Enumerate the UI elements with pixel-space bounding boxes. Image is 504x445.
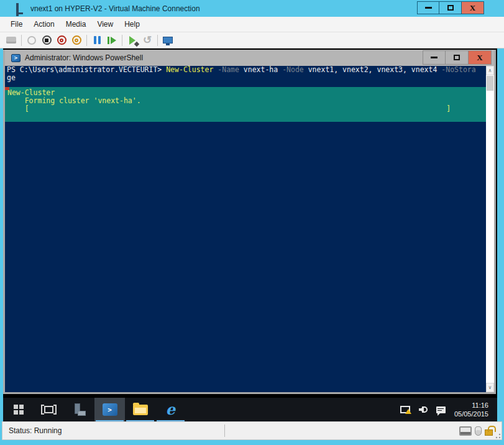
- toolbar-separator: [157, 35, 158, 46]
- keyboard-capture-icon: [459, 426, 472, 436]
- mouse-capture-icon: [475, 426, 482, 436]
- checkpoint-icon[interactable]: [125, 34, 140, 47]
- maximize-icon: [454, 55, 460, 60]
- clock-time: 11:16: [454, 401, 488, 410]
- status-text: Status: Running: [2, 426, 62, 435]
- progress-artifact: [5, 87, 9, 90]
- internet-explorer-icon: e: [166, 402, 175, 417]
- vm-minimize-button[interactable]: [417, 1, 439, 14]
- reset-icon[interactable]: [104, 34, 119, 47]
- powershell-title: Administrator: Windows PowerShell: [25, 53, 143, 62]
- scrollbar-thumb[interactable]: [487, 76, 493, 91]
- minimize-icon: [431, 57, 438, 58]
- file-explorer-button[interactable]: [125, 398, 155, 421]
- powershell-titlebar[interactable]: > Administrator: Windows PowerShell X: [5, 50, 494, 66]
- toolbar: ↺: [0, 32, 504, 48]
- command-wrap-line: ge: [5, 74, 494, 82]
- windows-logo-icon: [14, 405, 24, 415]
- close-icon: X: [477, 53, 482, 63]
- vm-close-button[interactable]: X: [462, 1, 484, 14]
- command-line: PS C:\Users\administrator.VECTEURIT> New…: [5, 66, 494, 74]
- vm-titlebar[interactable]: vnext1 on HYPER-V2 - Virtual Machine Con…: [0, 0, 504, 17]
- revert-icon[interactable]: ↺: [140, 34, 155, 47]
- server-manager-button[interactable]: [64, 398, 94, 421]
- menu-file[interactable]: File: [5, 17, 28, 31]
- powershell-window: > Administrator: Windows PowerShell X PS…: [3, 50, 496, 394]
- task-view-button[interactable]: [34, 398, 64, 421]
- vmconnect-icon: [16, 4, 25, 12]
- internet-explorer-button[interactable]: e: [155, 398, 186, 421]
- vm-maximize-button[interactable]: [439, 1, 462, 14]
- folder-icon: [133, 405, 148, 415]
- progress-bar: [ ]: [7, 105, 486, 113]
- menu-bar: File Action Media View Help: [0, 17, 504, 32]
- pause-icon[interactable]: [89, 34, 104, 47]
- vm-screen[interactable]: > Administrator: Windows PowerShell X PS…: [3, 48, 497, 421]
- volume-icon[interactable]: [419, 405, 428, 414]
- minimize-icon: [425, 7, 432, 9]
- task-view-icon: [44, 406, 53, 413]
- ctrl-alt-delete-icon[interactable]: [4, 34, 19, 47]
- network-warning-icon[interactable]: [400, 406, 410, 413]
- start-vm-icon[interactable]: [24, 34, 39, 47]
- enhanced-session-icon[interactable]: [160, 34, 175, 47]
- cmdlet-name: New-Cluster: [166, 66, 213, 74]
- ps-maximize-button[interactable]: [446, 50, 469, 65]
- ps-close-button[interactable]: X: [469, 50, 492, 65]
- menu-media[interactable]: Media: [60, 17, 92, 31]
- progress-panel: New-Cluster Forming cluster 'vnext-ha'. …: [5, 87, 486, 122]
- taskbar-clock[interactable]: 11:16 05/05/2015: [454, 401, 490, 418]
- resize-grip[interactable]: [493, 431, 501, 439]
- toolbar-separator: [86, 35, 87, 46]
- powershell-icon: >: [11, 54, 21, 62]
- maximize-icon: [447, 5, 454, 11]
- vm-taskbar: > e 11:16 05/05/2015: [3, 398, 497, 421]
- lock-icon: [485, 429, 493, 436]
- status-bar: Status: Running: [2, 421, 502, 440]
- console-scrollbar[interactable]: ∧ ∨: [486, 66, 494, 392]
- menu-view[interactable]: View: [91, 17, 119, 31]
- clock-date: 05/05/2015: [454, 410, 488, 418]
- prompt: PS C:\Users\administrator.VECTEURIT>: [7, 66, 166, 74]
- scroll-up-icon[interactable]: ∧: [486, 66, 494, 75]
- start-button[interactable]: [3, 398, 34, 421]
- ps-minimize-button[interactable]: [423, 50, 446, 65]
- scroll-down-icon[interactable]: ∨: [486, 383, 494, 392]
- toolbar-separator: [122, 35, 122, 46]
- vm-connection-window: vnext1 on HYPER-V2 - Virtual Machine Con…: [0, 0, 504, 445]
- vm-window-title: vnext1 on HYPER-V2 - Virtual Machine Con…: [30, 4, 200, 13]
- menu-help[interactable]: Help: [119, 17, 145, 31]
- menu-action[interactable]: Action: [28, 17, 60, 31]
- system-tray: 11:16 05/05/2015: [400, 398, 497, 421]
- toolbar-separator: [21, 35, 22, 46]
- shut-down-icon[interactable]: [54, 34, 69, 47]
- action-center-icon[interactable]: [436, 406, 446, 413]
- powershell-icon: >: [103, 403, 117, 416]
- save-vm-icon[interactable]: [69, 34, 84, 47]
- status-separator: [224, 424, 225, 437]
- powershell-taskbar-button[interactable]: >: [94, 398, 125, 421]
- close-icon: X: [470, 3, 475, 13]
- turn-off-icon[interactable]: [39, 34, 54, 47]
- server-manager-icon: [73, 403, 86, 416]
- powershell-console[interactable]: PS C:\Users\administrator.VECTEURIT> New…: [5, 66, 494, 392]
